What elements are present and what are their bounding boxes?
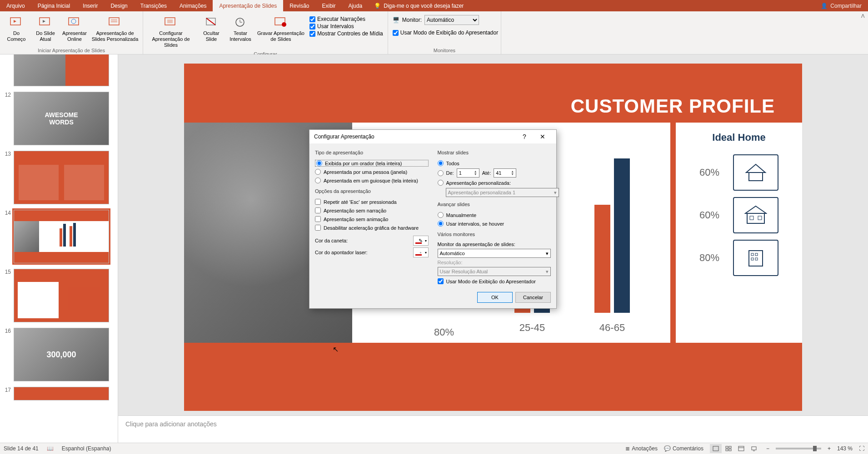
hide-slide-button[interactable]: Ocultar Slide [198, 13, 225, 44]
tab-view[interactable]: Exibir [316, 0, 342, 11]
setup-slideshow-button[interactable]: Configurar Apresentação de Slides [146, 13, 196, 50]
chk-hwaccel[interactable]: Desabilitar aceleração gráfica de hardwa… [315, 224, 429, 231]
checkbox[interactable] [315, 207, 321, 213]
section-label: Mostrar slides [438, 150, 551, 155]
thumbnail[interactable] [14, 387, 109, 400]
cancel-button[interactable]: Cancelar [515, 292, 551, 303]
from-spin[interactable]: 1▲▼ [457, 168, 479, 178]
thumbnail[interactable] [14, 151, 109, 204]
normal-view-button[interactable] [710, 444, 722, 453]
tab-review[interactable]: Revisão [283, 0, 315, 11]
checkbox[interactable] [393, 30, 399, 36]
zoom-in-button[interactable]: + [828, 445, 831, 452]
tab-slideshow[interactable]: Apresentação de Slides [213, 0, 283, 11]
opt-from[interactable]: De: [438, 170, 454, 177]
thumbnail[interactable]: 300,000 [14, 328, 109, 381]
checkbox[interactable] [309, 24, 315, 30]
thumb-number: 11 [2, 54, 11, 86]
radio[interactable] [315, 169, 321, 175]
thumb-17[interactable]: 17 [0, 384, 118, 403]
pen-color-button[interactable]: ✎▾ [413, 236, 429, 246]
from-beginning-button[interactable]: Do Começo [3, 13, 30, 44]
tab-insert[interactable]: Inserir [76, 0, 104, 11]
opt-custom-show[interactable]: Apresentação personalizada: [438, 179, 551, 186]
spellcheck-icon[interactable]: 📖 [47, 445, 54, 452]
thumbnail-selected[interactable] [14, 210, 109, 263]
laser-color-button[interactable]: ◦▾ [413, 247, 429, 257]
dialog-help-button[interactable]: ? [515, 130, 534, 143]
opt-individual[interactable]: Apresentada por uma pessoa (janela) [315, 168, 429, 175]
thumbnail[interactable] [14, 54, 109, 86]
radio[interactable] [315, 178, 321, 183]
chk-presenter-view[interactable]: Usar Modo de Exibição do Apresentador [391, 30, 498, 36]
tab-help[interactable]: Ajuda [342, 0, 369, 11]
language-button[interactable]: Espanhol (Espanha) [62, 445, 111, 452]
reading-view-button[interactable] [735, 444, 747, 453]
opt-use-timings[interactable]: Usar intervalos, se houver [438, 220, 551, 227]
dialog-titlebar[interactable]: Configurar Apresentação ? ✕ [309, 130, 556, 143]
chk-presenter-dialog[interactable]: Usar Modo de Exibição do Apresentador [438, 278, 551, 285]
thumbnail-panel[interactable]: 11 12 AWESOME WORDS 13 14 [0, 54, 118, 443]
chk-narrations[interactable]: Executar Narrações [309, 16, 383, 22]
zoom-out-button[interactable]: − [766, 445, 769, 452]
tab-file[interactable]: Arquivo [0, 0, 31, 11]
radio[interactable] [438, 221, 444, 227]
fit-to-window-button[interactable]: ⛶ [859, 445, 864, 452]
tab-home[interactable]: Página Inicial [31, 0, 76, 11]
thumb-14[interactable]: 14 [0, 207, 118, 266]
zoom-value[interactable]: 143 % [837, 445, 853, 452]
notes-button[interactable]: ≣Anotações [625, 445, 658, 452]
radio[interactable] [316, 160, 322, 166]
thumbnail[interactable]: AWESOME WORDS [14, 92, 109, 145]
sorter-view-button[interactable] [723, 444, 734, 453]
checkbox[interactable] [309, 31, 315, 37]
chk-media[interactable]: Mostrar Controles de Mídia [309, 30, 383, 37]
monitor-combo[interactable]: Automático▾ [438, 249, 551, 258]
view-buttons [710, 444, 760, 453]
radio[interactable] [438, 180, 444, 186]
notes-icon: ≣ [625, 445, 630, 452]
ok-button[interactable]: OK [477, 292, 513, 303]
radio[interactable] [438, 170, 444, 176]
to-spin[interactable]: 41▲▼ [494, 168, 516, 178]
rehearse-button[interactable]: Testar Intervalos [227, 13, 254, 44]
radio[interactable] [438, 212, 444, 218]
slideshow-view-button[interactable] [748, 444, 760, 453]
chk-nonarration[interactable]: Apresentação sem narração [315, 207, 429, 214]
chk-timings[interactable]: Usar Intervalos [309, 23, 383, 30]
present-online-button[interactable]: Apresentar Online [61, 13, 88, 44]
thumb-11[interactable]: 11 [0, 54, 118, 89]
thumb-15[interactable]: 15 [0, 266, 118, 325]
tell-me-search[interactable]: 💡 Diga-me o que você deseja fazer [369, 3, 469, 9]
radio[interactable] [438, 160, 444, 166]
checkbox[interactable] [315, 199, 321, 205]
record-button[interactable]: Gravar Apresentação de Slides [256, 13, 306, 44]
chk-loop[interactable]: Repetir até 'Esc' ser pressionada [315, 198, 429, 205]
value: Automático [440, 251, 465, 256]
share-button[interactable]: 👤 Compartilhar [814, 3, 868, 9]
opt-kiosk[interactable]: Apresentada em um guiosque (tela inteira… [315, 177, 429, 184]
monitor-select[interactable]: Automático [424, 15, 479, 25]
chk-noanimation[interactable]: Apresentação sem animação [315, 216, 429, 222]
thumb-16[interactable]: 16 300,000 [0, 325, 118, 384]
tab-design[interactable]: Design [104, 0, 134, 11]
checkbox[interactable] [309, 16, 315, 22]
custom-slideshow-button[interactable]: Apresentação de Slides Personalizada [90, 13, 140, 44]
from-current-button[interactable]: Do Slide Atual [32, 13, 59, 44]
checkbox[interactable] [438, 278, 444, 284]
thumbnail[interactable] [14, 269, 109, 322]
dialog-close-button[interactable]: ✕ [534, 130, 552, 143]
tab-transitions[interactable]: Transições [134, 0, 173, 11]
opt-manual[interactable]: Manualmente [438, 212, 551, 218]
thumb-13[interactable]: 13 [0, 148, 118, 207]
thumb-12[interactable]: 12 AWESOME WORDS [0, 89, 118, 148]
collapse-ribbon-button[interactable]: ᐱ [858, 11, 868, 54]
opt-speaker[interactable]: Exibida por um orador (tela inteira) [315, 160, 429, 167]
checkbox[interactable] [315, 216, 321, 222]
tab-animations[interactable]: Animações [173, 0, 213, 11]
comments-button[interactable]: 💬Comentários [664, 445, 703, 452]
notes-pane[interactable]: Clique para adicionar anotações [118, 415, 868, 443]
zoom-slider[interactable] [776, 448, 821, 449]
checkbox[interactable] [315, 225, 321, 231]
opt-all-slides[interactable]: Todos [438, 160, 551, 167]
